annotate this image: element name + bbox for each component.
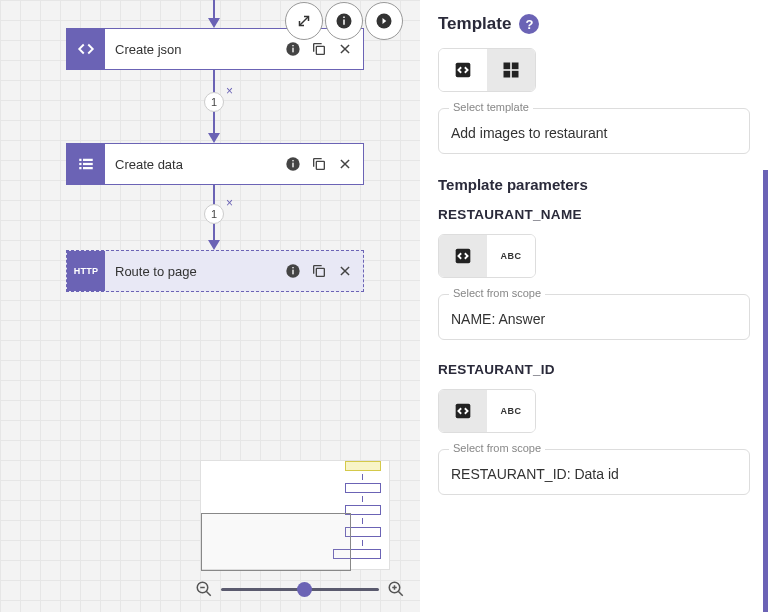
svg-rect-2 [292,45,293,46]
select-template-field[interactable]: Select template Add images to restaurant [438,108,750,154]
info-icon[interactable] [285,41,301,57]
field-value: RESTAURANT_ID: Data id [451,466,737,482]
svg-rect-10 [79,167,81,169]
svg-rect-27 [343,17,345,19]
toggle-text-mode[interactable]: ABC [487,390,535,432]
minimap-node [345,483,381,493]
field-label: Select template [449,101,533,113]
copy-icon[interactable] [311,156,327,172]
section-title-template: Template [438,14,511,34]
code-icon [67,29,105,69]
arrow-head-icon [208,18,220,28]
minimap-viewport[interactable] [201,513,351,571]
edge-count-badge[interactable]: 1 [204,204,224,224]
svg-rect-8 [79,163,81,165]
select-from-scope-field[interactable]: Select from scope NAME: Answer [438,294,750,340]
close-icon[interactable] [337,263,353,279]
info-icon[interactable] [285,156,301,172]
field-value: Add images to restaurant [451,125,737,141]
node-create-data[interactable]: Create data [66,143,364,185]
expand-icon[interactable] [285,2,323,40]
svg-rect-1 [292,48,293,53]
param-name: RESTAURANT_NAME [438,207,750,222]
svg-rect-21 [316,268,324,276]
svg-line-24 [300,17,309,26]
properties-panel: Template ? Select template Add images to… [420,0,768,612]
svg-rect-39 [504,71,511,78]
svg-rect-37 [504,63,511,70]
field-label: Select from scope [449,442,545,454]
edge-count-badge[interactable]: 1 [204,92,224,112]
minimap-node [345,461,381,471]
toggle-blocks-mode[interactable] [487,49,535,91]
arrow-right-icon[interactable] [365,2,403,40]
select-from-scope-field[interactable]: Select from scope RESTAURANT_ID: Data id [438,449,750,495]
arrow-head-icon [208,133,220,143]
minimap[interactable] [200,460,390,570]
param-mode-toggle: ABC [438,389,536,433]
canvas-float-controls [285,2,403,40]
edge-delete-icon[interactable]: × [226,84,233,98]
zoom-control [195,580,405,598]
svg-rect-13 [292,163,293,168]
toggle-code-mode[interactable] [439,390,487,432]
svg-rect-26 [343,20,345,25]
edge-delete-icon[interactable]: × [226,196,233,210]
svg-rect-38 [512,63,519,70]
node-title: Route to page [115,264,197,279]
node-title: Create data [115,157,183,172]
copy-icon[interactable] [311,263,327,279]
svg-rect-3 [316,46,324,54]
help-icon[interactable]: ? [519,14,539,34]
close-icon[interactable] [337,41,353,57]
zoom-thumb[interactable] [297,582,312,597]
param-name: RESTAURANT_ID [438,362,750,377]
svg-line-30 [206,591,211,596]
close-icon[interactable] [337,156,353,172]
toggle-code-mode[interactable] [439,49,487,91]
template-parameters-heading: Template parameters [438,176,750,193]
svg-rect-11 [83,167,93,169]
svg-rect-9 [83,163,93,165]
svg-rect-19 [292,270,293,275]
node-route-to-page[interactable]: HTTP Route to page [66,250,364,292]
template-mode-toggle [438,48,536,92]
info-icon[interactable] [325,2,363,40]
workflow-canvas[interactable]: Create json 1 × Create data 1 × [0,0,420,612]
svg-rect-20 [292,267,293,268]
svg-line-33 [398,591,403,596]
info-icon[interactable] [285,263,301,279]
zoom-out-icon[interactable] [195,580,213,598]
svg-rect-15 [316,161,324,169]
field-value: NAME: Answer [451,311,737,327]
arrow-head-icon [208,240,220,250]
zoom-slider[interactable] [221,588,379,591]
list-icon [67,144,105,184]
svg-rect-14 [292,160,293,161]
svg-rect-7 [83,159,93,161]
toggle-code-mode[interactable] [439,235,487,277]
edge-line [213,0,215,20]
node-title: Create json [115,42,181,57]
http-icon: HTTP [67,251,105,291]
svg-rect-40 [512,71,519,78]
zoom-in-icon[interactable] [387,580,405,598]
copy-icon[interactable] [311,41,327,57]
field-label: Select from scope [449,287,545,299]
toggle-text-mode[interactable]: ABC [487,235,535,277]
param-mode-toggle: ABC [438,234,536,278]
panel-scrollbar[interactable] [763,170,768,612]
svg-rect-6 [79,159,81,161]
